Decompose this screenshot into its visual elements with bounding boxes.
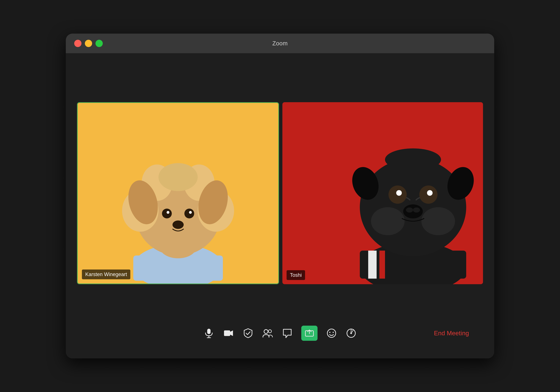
svg-rect-1 (133, 255, 223, 281)
svg-point-40 (264, 330, 268, 333)
mute-button[interactable] (203, 328, 214, 339)
svg-point-12 (184, 209, 194, 218)
chat-button[interactable] (282, 328, 293, 339)
video-bg-right (282, 102, 483, 284)
svg-point-25 (421, 207, 455, 235)
svg-point-31 (406, 208, 413, 212)
svg-point-44 (327, 329, 336, 337)
chat-icon (282, 328, 293, 339)
participant-label-right: Toshi (287, 270, 305, 280)
svg-point-41 (268, 330, 271, 333)
participant-label-left: Karsten Winegeart (82, 270, 130, 279)
zoom-window: Zoom (66, 34, 494, 358)
video-tile-left: Karsten Winegeart (77, 102, 279, 284)
video-camera-icon (223, 328, 234, 339)
toolbar-buttons (203, 326, 357, 341)
video-button[interactable] (223, 328, 234, 339)
window-title: Zoom (272, 40, 288, 47)
security-button[interactable] (242, 328, 254, 339)
toolbar: End Meeting (77, 316, 483, 350)
svg-line-50 (352, 330, 353, 332)
svg-rect-21 (380, 251, 385, 279)
video-tile-right: Toshi (282, 102, 483, 284)
svg-point-24 (371, 207, 405, 235)
content-area: Karsten Winegeart (66, 53, 494, 358)
svg-point-32 (413, 208, 420, 212)
video-bg-left (78, 103, 278, 283)
maximize-button[interactable] (95, 40, 103, 47)
svg-point-46 (333, 332, 334, 333)
close-button[interactable] (74, 40, 81, 47)
people-icon (262, 328, 273, 339)
svg-point-11 (162, 209, 172, 218)
svg-rect-39 (224, 330, 230, 336)
traffic-lights (74, 40, 103, 47)
svg-point-29 (427, 190, 433, 196)
minimize-button[interactable] (85, 40, 92, 47)
end-meeting-button[interactable]: End Meeting (434, 330, 469, 337)
share-screen-button[interactable] (301, 326, 318, 341)
svg-point-35 (385, 148, 441, 171)
share-screen-icon (304, 328, 314, 338)
svg-point-14 (189, 211, 192, 214)
svg-point-13 (167, 211, 170, 214)
svg-point-45 (329, 332, 330, 333)
svg-rect-20 (368, 251, 377, 279)
microphone-icon (203, 328, 214, 339)
shield-icon (242, 328, 254, 339)
reactions-icon (326, 328, 337, 339)
svg-point-28 (396, 190, 402, 196)
apps-icon (346, 328, 357, 339)
participants-button[interactable] (262, 328, 273, 339)
dog1-illustration (115, 130, 241, 283)
reactions-button[interactable] (326, 328, 337, 339)
titlebar: Zoom (66, 34, 494, 53)
apps-button[interactable] (346, 328, 357, 339)
dog2-illustration (332, 116, 483, 284)
svg-rect-36 (207, 329, 210, 334)
svg-point-30 (403, 204, 423, 218)
video-grid: Karsten Winegeart (77, 70, 483, 316)
svg-point-15 (172, 221, 184, 229)
